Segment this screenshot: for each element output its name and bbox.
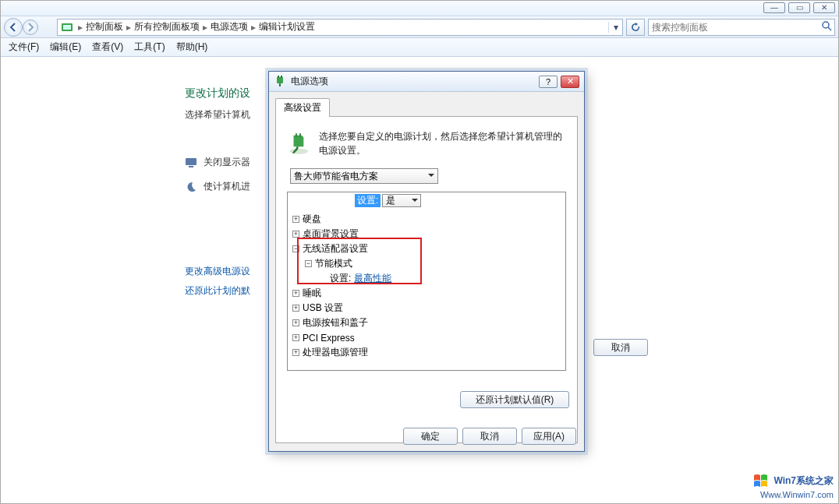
breadcrumb-item-0[interactable]: 控制面板 bbox=[84, 20, 125, 33]
search-box[interactable] bbox=[648, 19, 835, 36]
window-maximize-button[interactable]: ▭ bbox=[788, 2, 810, 13]
svg-rect-6 bbox=[277, 77, 283, 83]
setting-value-dropdown[interactable]: 是 bbox=[382, 194, 421, 207]
svg-rect-5 bbox=[189, 166, 193, 167]
expander-icon[interactable]: + bbox=[292, 216, 299, 223]
arrow-right-icon bbox=[26, 23, 35, 32]
power-plan-icon bbox=[287, 129, 311, 157]
dialog-cancel-button[interactable]: 取消 bbox=[462, 428, 517, 445]
settings-tree: 设置: 是 +硬盘 +桌面背景设置 −无线适配器设置 −节能模式 设置: 最高性… bbox=[287, 192, 566, 371]
tree-desktop-bg[interactable]: 桌面背景设置 bbox=[303, 227, 359, 241]
menu-bar: 文件(F) 编辑(E) 查看(V) 工具(T) 帮助(H) bbox=[1, 38, 838, 57]
dialog-titlebar: 电源选项 ? ✕ bbox=[269, 72, 584, 92]
address-dropdown-icon[interactable]: ▾ bbox=[608, 22, 622, 33]
tree-setting-value-link[interactable]: 最高性能 bbox=[354, 272, 391, 285]
dialog-ok-button[interactable]: 确定 bbox=[403, 428, 458, 445]
expander-icon[interactable]: + bbox=[292, 290, 299, 297]
close-icon: ✕ bbox=[821, 3, 827, 12]
nav-forward-button[interactable] bbox=[23, 19, 38, 35]
power-plug-icon bbox=[274, 76, 286, 88]
menu-file[interactable]: 文件(F) bbox=[9, 41, 39, 54]
tree-cpu-power[interactable]: 处理器电源管理 bbox=[303, 346, 368, 359]
breadcrumb-sep-3: ▸ bbox=[251, 22, 256, 33]
menu-tools[interactable]: 工具(T) bbox=[134, 41, 165, 54]
breadcrumb-sep-2: ▸ bbox=[203, 22, 207, 33]
watermark-brand: Win7系统之家 bbox=[774, 475, 834, 486]
window-minimize-button[interactable]: — bbox=[763, 2, 785, 13]
maximize-icon: ▭ bbox=[796, 3, 803, 12]
svg-point-2 bbox=[823, 22, 829, 28]
tree-setting-label: 设置: bbox=[330, 272, 351, 285]
control-panel-icon bbox=[61, 21, 73, 33]
refresh-icon bbox=[631, 23, 640, 32]
watermark-url: Www.Winwin7.com bbox=[752, 490, 834, 500]
arrow-left-icon bbox=[9, 23, 18, 32]
search-input[interactable] bbox=[649, 22, 819, 33]
expander-icon[interactable]: + bbox=[292, 319, 299, 326]
breadcrumb-item-3[interactable]: 编辑计划设置 bbox=[257, 20, 317, 33]
minimize-icon: — bbox=[770, 3, 778, 12]
breadcrumb-sep-1: ▸ bbox=[126, 22, 131, 33]
menu-view[interactable]: 查看(V) bbox=[92, 41, 123, 54]
page-cancel-button[interactable]: 取消 bbox=[593, 339, 648, 356]
tab-advanced[interactable]: 高级设置 bbox=[275, 98, 330, 117]
window-titlebar: — ▭ ✕ bbox=[1, 1, 838, 16]
setting-label-selected[interactable]: 设置: bbox=[355, 194, 381, 207]
windows-flag-icon bbox=[752, 473, 770, 490]
menu-help[interactable]: 帮助(H) bbox=[176, 41, 208, 54]
dialog-close-button[interactable]: ✕ bbox=[561, 76, 579, 88]
tree-harddisk[interactable]: 硬盘 bbox=[303, 213, 321, 226]
restore-defaults-button[interactable]: 还原计划默认值(R) bbox=[460, 391, 569, 408]
sleep-icon bbox=[185, 181, 197, 193]
explorer-nav-row: ▸ 控制面板 ▸ 所有控制面板项 ▸ 电源选项 ▸ 编辑计划设置 ▾ bbox=[1, 16, 838, 38]
expander-icon[interactable]: + bbox=[292, 305, 299, 312]
svg-rect-10 bbox=[296, 133, 297, 136]
breadcrumb-sep-0: ▸ bbox=[78, 22, 83, 33]
display-off-label: 关闭显示器 bbox=[204, 156, 250, 169]
expander-icon[interactable]: + bbox=[292, 349, 299, 356]
dialog-intro-text: 选择您要自定义的电源计划，然后选择您希望计算机管理的电源设置。 bbox=[319, 129, 566, 157]
power-plan-value: 鲁大师节能省电方案 bbox=[294, 170, 378, 183]
svg-line-3 bbox=[828, 27, 831, 30]
expander-icon[interactable]: + bbox=[292, 334, 299, 341]
tree-powersave-mode[interactable]: 节能模式 bbox=[315, 257, 352, 270]
tree-power-button-lid[interactable]: 电源按钮和盖子 bbox=[303, 316, 368, 330]
display-off-icon bbox=[185, 157, 197, 169]
sleep-label: 使计算机进 bbox=[204, 180, 250, 193]
power-options-dialog: 电源选项 ? ✕ 高级设置 选择您要自定义的电源计划，然后选择您希望计算机管理的… bbox=[268, 71, 585, 452]
search-icon[interactable] bbox=[819, 20, 834, 34]
expander-icon[interactable]: − bbox=[305, 260, 312, 267]
expander-icon[interactable]: − bbox=[292, 245, 299, 252]
svg-rect-11 bbox=[299, 133, 301, 136]
expander-icon[interactable]: + bbox=[292, 231, 299, 238]
window-close-button[interactable]: ✕ bbox=[813, 2, 835, 13]
close-icon: ✕ bbox=[567, 76, 574, 86]
breadcrumb-item-2[interactable]: 电源选项 bbox=[209, 20, 250, 33]
watermark: Win7系统之家 Www.Winwin7.com bbox=[752, 473, 834, 500]
breadcrumb-item-1[interactable]: 所有控制面板项 bbox=[133, 20, 201, 33]
dialog-apply-button[interactable]: 应用(A) bbox=[522, 428, 576, 445]
nav-back-forward bbox=[4, 18, 54, 37]
refresh-button[interactable] bbox=[626, 19, 645, 36]
address-bar[interactable]: ▸ 控制面板 ▸ 所有控制面板项 ▸ 电源选项 ▸ 编辑计划设置 ▾ bbox=[57, 19, 623, 36]
tree-pci-express[interactable]: PCI Express bbox=[303, 333, 355, 344]
tree-usb[interactable]: USB 设置 bbox=[303, 301, 343, 315]
help-icon: ? bbox=[546, 77, 550, 86]
tree-sleep[interactable]: 睡眠 bbox=[303, 287, 321, 300]
nav-back-button[interactable] bbox=[4, 18, 23, 37]
tree-wireless[interactable]: 无线适配器设置 bbox=[303, 242, 368, 256]
dialog-title: 电源选项 bbox=[291, 75, 536, 88]
dialog-help-button[interactable]: ? bbox=[539, 76, 558, 88]
menu-edit[interactable]: 编辑(E) bbox=[50, 41, 81, 54]
power-plan-combo[interactable]: 鲁大师节能省电方案 bbox=[290, 168, 438, 184]
setting-value: 是 bbox=[386, 194, 395, 207]
tab-panel: 选择您要自定义的电源计划，然后选择您希望计算机管理的电源设置。 鲁大师节能省电方… bbox=[275, 116, 578, 443]
svg-point-9 bbox=[289, 149, 308, 154]
svg-rect-1 bbox=[63, 25, 71, 30]
svg-rect-4 bbox=[186, 158, 196, 165]
